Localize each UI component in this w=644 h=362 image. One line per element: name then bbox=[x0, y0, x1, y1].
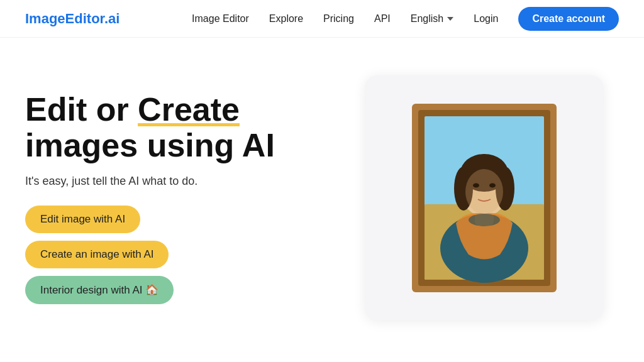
painting-card bbox=[365, 75, 604, 321]
svg-point-13 bbox=[469, 214, 500, 226]
bottom-section: Tell it to change something bbox=[0, 346, 644, 362]
hero-title: Edit or Create images using AI bbox=[25, 92, 345, 163]
header: ImageEditor.ai Image Editor Explore Pric… bbox=[0, 0, 644, 38]
hero-title-part1: Edit or bbox=[25, 91, 138, 128]
hero-title-highlight1: Create bbox=[138, 91, 240, 128]
chevron-down-icon bbox=[447, 17, 453, 21]
edit-image-button[interactable]: Edit image with AI bbox=[25, 206, 140, 233]
mona-lisa-illustration bbox=[412, 104, 557, 292]
bottom-text: Tell it to change something bbox=[192, 358, 452, 362]
logo[interactable]: ImageEditor.ai bbox=[25, 11, 119, 27]
nav-image-editor[interactable]: Image Editor bbox=[192, 13, 249, 25]
language-selector[interactable]: English bbox=[411, 13, 453, 25]
nav-pricing[interactable]: Pricing bbox=[323, 13, 354, 25]
hero-right bbox=[362, 75, 606, 321]
cta-buttons: Edit image with AI Create an image with … bbox=[25, 206, 345, 304]
nav-api[interactable]: API bbox=[374, 13, 391, 25]
svg-point-12 bbox=[489, 184, 496, 188]
create-image-button[interactable]: Create an image with AI bbox=[25, 241, 169, 268]
language-label: English bbox=[411, 13, 443, 25]
hero-title-part2: images using AI bbox=[25, 127, 275, 163]
svg-point-11 bbox=[473, 184, 479, 188]
main-nav: Image Editor Explore Pricing API English… bbox=[192, 7, 619, 31]
login-button[interactable]: Login bbox=[474, 13, 498, 25]
nav-explore[interactable]: Explore bbox=[269, 13, 303, 25]
svg-point-10 bbox=[465, 169, 503, 214]
create-account-button[interactable]: Create account bbox=[518, 7, 619, 31]
hero-section: Edit or Create images using AI It's easy… bbox=[0, 38, 644, 346]
hero-left: Edit or Create images using AI It's easy… bbox=[25, 92, 345, 304]
hero-subtitle: It's easy, just tell the AI what to do. bbox=[25, 175, 345, 188]
interior-design-button[interactable]: Interior design with AI 🏠 bbox=[25, 276, 174, 304]
